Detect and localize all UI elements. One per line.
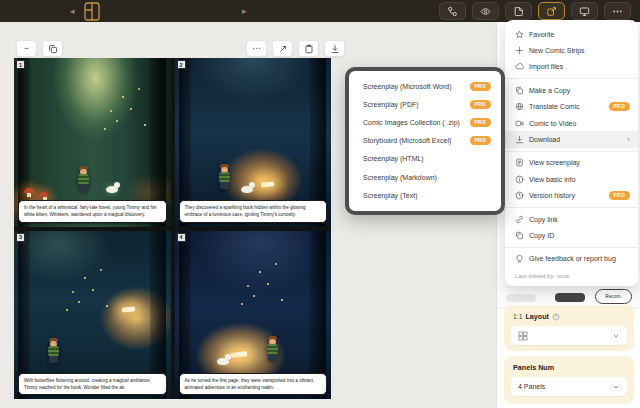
- panel-number-badge: 2: [177, 60, 186, 69]
- canvas-toolbar-right: ⋯: [246, 40, 345, 57]
- submenu-arrow-icon: ›: [627, 135, 630, 144]
- export-share-icon: [546, 6, 557, 17]
- topbar-actions: [439, 2, 631, 20]
- submenu-item-screenplay-markdown[interactable]: Screenplay (Markdown): [349, 168, 501, 186]
- more-options-button[interactable]: [604, 2, 631, 20]
- panel-caption[interactable]: They discovered a sparkling book hidden …: [179, 200, 328, 222]
- panel-number-badge: 3: [16, 233, 25, 242]
- comic-editor-app: ◂ ▸ − ⋯: [0, 0, 640, 408]
- video-icon: [514, 119, 524, 128]
- glowing-book-shape: [260, 181, 273, 187]
- menu-item-copy-link[interactable]: Copy link: [505, 211, 638, 227]
- menu-item-view-screenplay[interactable]: View screenplay: [505, 155, 638, 171]
- copy-id-icon: [514, 231, 524, 240]
- comic-panel-4[interactable]: 4 As he turned the first page, they were…: [175, 231, 332, 400]
- menu-item-make-a-copy[interactable]: Make a Copy: [505, 82, 638, 98]
- menu-item-comic-to-video[interactable]: Comic to Video: [505, 115, 638, 131]
- mushroom-shape: [24, 188, 34, 193]
- submenu-item-storyboard-excel[interactable]: Storyboard (Microsoft Excel)PRO: [349, 132, 501, 150]
- download-canvas-button[interactable]: [324, 40, 345, 57]
- panels-num-dropdown[interactable]: 4 Panels: [511, 377, 627, 396]
- duplicate-button[interactable]: [42, 40, 63, 57]
- sparkles-shape: [241, 303, 243, 305]
- size-option-pill[interactable]: [555, 293, 585, 302]
- help-icon[interactable]: [552, 313, 560, 321]
- duplicate-icon: [48, 44, 58, 54]
- panel-number-badge: 4: [177, 233, 186, 242]
- kitten-figure: [241, 186, 253, 193]
- submenu-item-screenplay-text[interactable]: Screenplay (Text): [349, 186, 501, 204]
- save-button[interactable]: [505, 2, 532, 20]
- menu-item-translate-comic[interactable]: Translate ComicPRO: [505, 99, 638, 115]
- menu-divider: [505, 151, 638, 152]
- clipboard-icon: [304, 44, 314, 54]
- size-recommended-button[interactable]: Recom.: [595, 289, 632, 304]
- workflow-nodes-icon: [447, 6, 458, 17]
- panel-caption[interactable]: With butterflies fluttering around, crea…: [18, 373, 167, 395]
- comic-grid: 1 In the heart of a whimsical, fairy-tal…: [14, 58, 331, 399]
- preview-button[interactable]: [472, 2, 499, 20]
- next-page-icon[interactable]: ▸: [242, 5, 247, 17]
- pro-badge: PRO: [470, 100, 492, 109]
- panel-caption[interactable]: In the heart of a whimsical, fairy-tale …: [18, 200, 167, 222]
- submenu-item-screenplay-word[interactable]: Screenplay (Microsoft Word)PRO: [349, 77, 501, 95]
- menu-item-version-history[interactable]: Version historyPRO: [505, 188, 638, 204]
- glowing-book-shape: [122, 306, 135, 312]
- size-option-pill[interactable]: [506, 294, 536, 302]
- workflow-button[interactable]: [439, 2, 466, 20]
- export-button[interactable]: [538, 2, 565, 20]
- eye-icon: [480, 6, 491, 17]
- grid-layout-icon: [518, 331, 528, 341]
- menu-divider: [505, 247, 638, 248]
- panels-num-value: 4 Panels: [518, 383, 545, 390]
- top-bar: ◂ ▸: [0, 0, 640, 22]
- last-edited-label: Last edited by: sora: [505, 267, 638, 282]
- minus-icon: −: [24, 44, 29, 53]
- open-external-button[interactable]: [272, 40, 293, 57]
- canvas-toolbar-left: −: [16, 40, 63, 57]
- menu-item-give-feedback[interactable]: Give feedback or report bug: [505, 251, 638, 267]
- comic-panel-2[interactable]: 2 They discovered a sparkling book hidde…: [175, 58, 332, 227]
- present-button[interactable]: [571, 2, 598, 20]
- more-dots-icon: ⋯: [252, 44, 261, 53]
- boy-figure: [78, 166, 89, 191]
- submenu-item-screenplay-html[interactable]: Screenplay (HTML): [349, 150, 501, 168]
- comic-panel-3[interactable]: 3 With butterflies fluttering around, cr…: [14, 231, 171, 400]
- layout-dropdown[interactable]: [511, 326, 627, 345]
- panel-more-button[interactable]: ⋯: [246, 40, 267, 57]
- translate-globe-icon: [514, 102, 524, 111]
- submenu-item-screenplay-pdf[interactable]: Screenplay (PDF)PRO: [349, 95, 501, 113]
- prev-page-icon[interactable]: ◂: [70, 5, 75, 17]
- arrow-up-right-icon: [278, 44, 288, 54]
- lightbulb-icon: [514, 254, 524, 263]
- copy-icon: [514, 86, 524, 95]
- chevron-down-icon: [612, 332, 620, 340]
- save-file-icon: [513, 6, 524, 17]
- download-icon: [514, 135, 524, 144]
- menu-item-new-comic-strips[interactable]: New Comic Strips: [505, 42, 638, 58]
- comic-layout-logo-icon[interactable]: [84, 2, 100, 21]
- butterflies-shape: [66, 309, 68, 311]
- comic-panel-1[interactable]: 1 In the heart of a whimsical, fairy-tal…: [14, 58, 171, 227]
- ellipsis-icon: [612, 6, 623, 17]
- menu-item-view-basic-info[interactable]: View basic info: [505, 171, 638, 187]
- download-submenu: Screenplay (Microsoft Word)PRO Screenpla…: [345, 67, 505, 215]
- link-icon: [514, 215, 524, 224]
- cloud-upload-icon: [514, 62, 524, 71]
- menu-item-import-files[interactable]: Import files: [505, 59, 638, 75]
- panel-caption[interactable]: As he turned the first page, they were t…: [179, 373, 328, 395]
- panels-num-title: Panels Num: [513, 363, 554, 372]
- copy-canvas-button[interactable]: [298, 40, 319, 57]
- menu-item-copy-id[interactable]: Copy ID: [505, 227, 638, 243]
- pro-badge: PRO: [470, 118, 492, 127]
- chevron-down-icon: [612, 383, 620, 391]
- boy-figure: [48, 338, 59, 363]
- collapse-button[interactable]: −: [16, 40, 37, 57]
- layout-ratio-value: 1:1: [513, 313, 522, 320]
- info-icon: [514, 175, 524, 184]
- fireflies-shape: [104, 128, 106, 130]
- document-icon: [514, 158, 524, 167]
- submenu-item-images-zip[interactable]: Comic Images Collection ( .zip)PRO: [349, 113, 501, 131]
- menu-item-download[interactable]: Download›: [505, 131, 638, 147]
- menu-item-favorite[interactable]: Favorite: [505, 26, 638, 42]
